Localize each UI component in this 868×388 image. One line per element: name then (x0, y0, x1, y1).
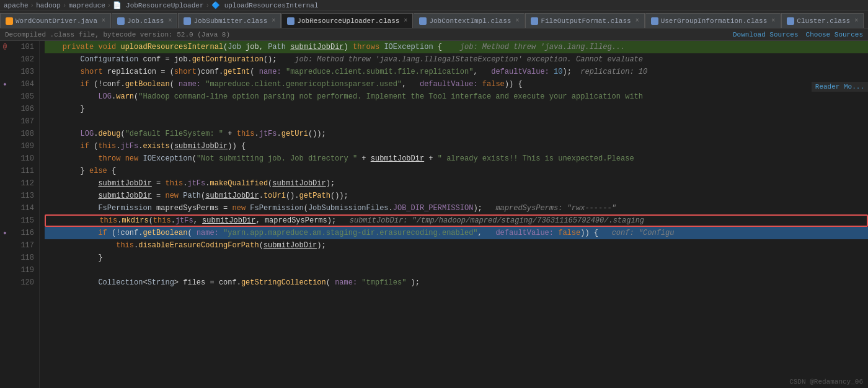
class-icon (531, 17, 538, 25)
breadcrumb-uploadresourcesinternal[interactable]: 🔷 uploadResourcesInternal (211, 1, 318, 9)
tab-label: JobContextImpl.class (429, 17, 511, 25)
tab-close-fileoutputformat[interactable]: × (636, 17, 639, 24)
tab-label: WordCountDriver.java (16, 17, 97, 25)
class-icon (287, 17, 294, 25)
reader-mode-button[interactable]: Reader Mo... (812, 82, 868, 92)
tab-close-cluster[interactable]: × (854, 17, 858, 24)
tab-close-jobsubmitter[interactable]: × (272, 17, 275, 24)
tab-close-jobresourceuploader[interactable]: × (404, 17, 407, 24)
tab-label: Cluster.class (797, 17, 850, 25)
code-line-110: throw new IOException("Not submitting jo… (45, 152, 868, 165)
tab-job[interactable]: Job.class × (112, 13, 177, 28)
breakpoint-gutter: @ ◆ ◆ (0, 41, 10, 388)
code-line-118: } (45, 252, 868, 264)
bp-101[interactable]: @ (0, 41, 10, 53)
decompile-info: Decompiled .class file, bytecode version… (5, 31, 230, 38)
code-area: @ ◆ ◆ 101 102 103 104 1 (0, 41, 868, 388)
tab-close-usergroup[interactable]: × (771, 17, 775, 24)
tab-label: Job.class (127, 17, 164, 25)
tab-wordcountdriver[interactable]: WordCountDriver.java × (0, 13, 111, 28)
code-line-104: if (!conf.getBoolean( name: "mapreduce.c… (45, 78, 868, 90)
watermark: CSDN @Redamancy_06 (789, 378, 863, 386)
code-line-119 (45, 264, 868, 276)
code-line-116: if (!conf.getBoolean( name: "yarn.app.ma… (45, 227, 868, 239)
bp-116[interactable]: ◆ (0, 227, 10, 239)
tab-label: JobResourceUploader.class (297, 17, 399, 25)
code-line-106: } (45, 103, 868, 115)
line-numbers: 101 102 103 104 105 106 107 108 109 110 … (10, 41, 40, 388)
java-icon (6, 17, 13, 25)
breadcrumb-mapreduce[interactable]: mapreduce (68, 2, 105, 9)
info-bar: Decompiled .class file, bytecode version… (0, 29, 868, 41)
tab-close-wordcount[interactable]: × (102, 17, 105, 24)
tabs-bar: WordCountDriver.java × Job.class × JobSu… (0, 11, 868, 29)
code-line-102: Configuration conf = job.getConfiguratio… (45, 53, 868, 66)
source-code: private void uploadResourcesInternal(Job… (40, 41, 868, 388)
bp-104[interactable]: ◆ (0, 78, 10, 90)
tab-jobresourceuploader[interactable]: JobResourceUploader.class × (281, 13, 413, 28)
code-line-114: FsPermission mapredSysPerms = new FsPerm… (45, 202, 868, 214)
breadcrumb-hadoop[interactable]: hadoop (36, 2, 61, 9)
breadcrumb-jobresourceuploader[interactable]: 📄 JobResourceUploader (113, 1, 203, 9)
tab-label: UserGroupInformation.class (661, 17, 768, 25)
class-icon (419, 17, 427, 25)
tab-usergroupinformation[interactable]: UserGroupInformation.class × (645, 13, 781, 28)
class-icon (184, 17, 191, 25)
code-line-115: this.mkdirs(this.jtFs, submitJobDir, map… (45, 214, 868, 227)
class-icon (117, 17, 125, 25)
code-editor: @ ◆ ◆ 101 102 103 104 1 (0, 41, 868, 388)
choose-sources-link[interactable]: Choose Sources (806, 31, 863, 38)
breadcrumb-apache[interactable]: apache (4, 2, 29, 9)
tab-jobcontextimpl[interactable]: JobContextImpl.class × (414, 13, 525, 28)
tab-fileoutputformat[interactable]: FileOutputFormat.class × (525, 13, 644, 28)
code-line-103: short replication = (short)conf.getInt( … (45, 66, 868, 78)
class-icon (787, 17, 794, 25)
tab-cluster[interactable]: Cluster.class × (781, 13, 864, 28)
code-line-117: this.disableErasureCodingForPath(submitJ… (45, 239, 868, 252)
tab-close-jobcontextimpl[interactable]: × (515, 17, 519, 24)
code-line-108: LOG.debug("default FileSystem: " + this.… (45, 128, 868, 140)
tab-label: FileOutputFormat.class (541, 17, 631, 25)
code-line-105: LOG.warn("Hadoop command-line option par… (45, 90, 868, 103)
code-line-113: submitJobDir = new Path(submitJobDir.toU… (45, 190, 868, 202)
code-line-112: submitJobDir = this.jtFs.makeQualified(s… (45, 177, 868, 190)
class-icon (651, 17, 658, 25)
code-line-107 (45, 115, 868, 128)
tab-jobsubmitter[interactable]: JobSubmitter.class × (178, 13, 281, 28)
download-sources-link[interactable]: Download Sources (733, 31, 799, 38)
code-line-120: Collection<String> files = conf.getStrin… (45, 276, 868, 289)
info-bar-actions: Download Sources Choose Sources (733, 31, 863, 38)
tab-close-job[interactable]: × (168, 17, 172, 24)
breadcrumb-bar: apache › hadoop › mapreduce › 📄 JobResou… (0, 0, 868, 11)
code-line-109: if (this.jtFs.exists(submitJobDir)) { (45, 140, 868, 152)
code-line-101: private void uploadResourcesInternal(Job… (45, 41, 868, 53)
code-line-111: } else { (45, 165, 868, 177)
tab-label: JobSubmitter.class (193, 17, 267, 25)
